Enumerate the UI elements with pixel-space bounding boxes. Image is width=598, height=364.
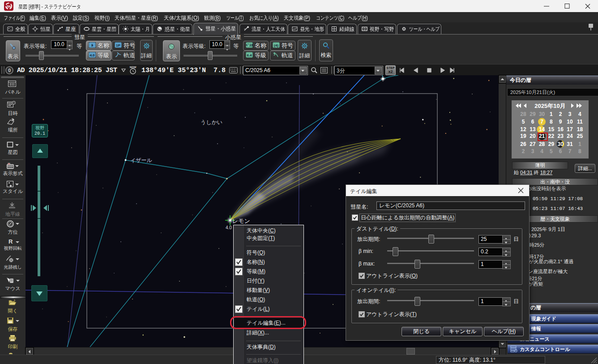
svg-text:1P: 1P [116, 43, 120, 47]
svg-text:(4): (4) [274, 43, 278, 47]
svg-text:0: 0 [8, 68, 11, 73]
svg-text:6.4: 6.4 [247, 53, 252, 57]
svg-text:ﾍﾞｽﾀ: ﾍﾞｽﾀ [246, 43, 253, 47]
svg-text:4.0: 4.0 [90, 53, 95, 57]
svg-text:うしかい: うしかい [201, 119, 222, 125]
svg-text:SN: SN [7, 5, 11, 8]
svg-text:4.0: 4.0 [226, 225, 232, 230]
svg-text:NOW: NOW [130, 66, 137, 69]
svg-text:レモン: レモン [232, 218, 250, 224]
svg-text:イザール: イザール [130, 157, 153, 163]
